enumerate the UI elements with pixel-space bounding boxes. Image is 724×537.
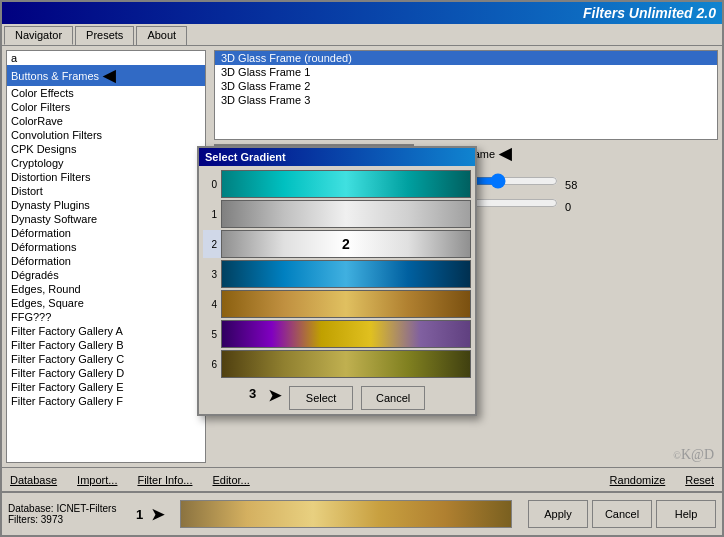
step1-indicator: 1 bbox=[136, 507, 143, 522]
apply-button[interactable]: Apply bbox=[528, 500, 588, 528]
database-label: Database: ICNET-Filters bbox=[8, 503, 128, 514]
nav-item-buttons-frames[interactable]: Buttons & Frames ◀ bbox=[7, 65, 205, 86]
nav-item-dynasty-plugins[interactable]: Dynasty Plugins bbox=[7, 198, 205, 212]
gradient-num-2: 2 bbox=[203, 239, 217, 250]
filters-label: Filters: 3973 bbox=[8, 514, 128, 525]
nav-item-ff-a[interactable]: Filter Factory Gallery A bbox=[7, 324, 205, 338]
gradient-bar-6[interactable] bbox=[221, 350, 471, 378]
gradient-row-3[interactable]: 3 bbox=[203, 260, 471, 288]
nav-item-deformation1[interactable]: Déformation bbox=[7, 226, 205, 240]
nav-item-ffg[interactable]: FFG??? bbox=[7, 310, 205, 324]
nav-item-a[interactable]: a bbox=[7, 51, 205, 65]
nav-item-cryptology[interactable]: Cryptology bbox=[7, 156, 205, 170]
step3-arrow: ➤ bbox=[268, 386, 281, 410]
gradient-num-3: 3 bbox=[203, 269, 217, 280]
cancel-button[interactable]: Cancel bbox=[592, 500, 652, 528]
gradient-arrow: ◀ bbox=[499, 144, 511, 163]
gradient-num-4: 4 bbox=[203, 299, 217, 310]
nav-item-distort[interactable]: Distort bbox=[7, 184, 205, 198]
filter-item-glass-1[interactable]: 3D Glass Frame 1 bbox=[215, 65, 717, 79]
reset-button[interactable]: Reset bbox=[683, 474, 716, 486]
gradient-row-2[interactable]: 2 2 bbox=[203, 230, 471, 258]
filter-item-glass-2[interactable]: 3D Glass Frame 2 bbox=[215, 79, 717, 93]
tab-navigator[interactable]: Navigator bbox=[4, 26, 73, 45]
randomize-button[interactable]: Randomize bbox=[608, 474, 668, 486]
gradient-num-6: 6 bbox=[203, 359, 217, 370]
nav-item-ff-b[interactable]: Filter Factory Gallery B bbox=[7, 338, 205, 352]
filter-item-glass-rounded[interactable]: 3D Glass Frame (rounded) bbox=[215, 51, 717, 65]
gradient-bar-5[interactable] bbox=[221, 320, 471, 348]
nav-item-ff-c[interactable]: Filter Factory Gallery C bbox=[7, 352, 205, 366]
filter-list[interactable]: 3D Glass Frame (rounded) 3D Glass Frame … bbox=[214, 50, 718, 140]
nav-item-ff-f[interactable]: Filter Factory Gallery F bbox=[7, 394, 205, 408]
status-bar: Database: ICNET-Filters Filters: 3973 1 … bbox=[2, 491, 722, 535]
nav-item-ff-e[interactable]: Filter Factory Gallery E bbox=[7, 380, 205, 394]
gradient-bar-3[interactable] bbox=[221, 260, 471, 288]
nav-item-edges-square[interactable]: Edges, Square bbox=[7, 296, 205, 310]
filter-item-glass-3[interactable]: 3D Glass Frame 3 bbox=[215, 93, 717, 107]
filter-info-button[interactable]: Filter Info... bbox=[135, 474, 194, 486]
nav-item-convolution[interactable]: Convolution Filters bbox=[7, 128, 205, 142]
step1-arrow: ➤ bbox=[151, 505, 164, 524]
nav-item-dynasty-software[interactable]: Dynasty Software bbox=[7, 212, 205, 226]
nav-item-color-effects[interactable]: Color Effects bbox=[7, 86, 205, 100]
gradient-row-0[interactable]: 0 bbox=[203, 170, 471, 198]
logo-text: ©K@D bbox=[673, 447, 714, 463]
bottom-toolbar: Database Import... Filter Info... Editor… bbox=[2, 467, 722, 491]
nav-item-colorrave[interactable]: ColorRave bbox=[7, 114, 205, 128]
nav-item-deformations[interactable]: Déformations bbox=[7, 240, 205, 254]
gradient-bar-0[interactable] bbox=[221, 170, 471, 198]
gradient-dialog: Select Gradient 0 1 2 2 bbox=[197, 146, 477, 416]
title-text: Filters Unlimited 2.0 bbox=[583, 5, 716, 21]
gradient-bar-1[interactable] bbox=[221, 200, 471, 228]
nav-item-edges-round[interactable]: Edges, Round bbox=[7, 282, 205, 296]
gradient-dialog-title: Select Gradient bbox=[199, 148, 475, 166]
gradient-num-0: 0 bbox=[203, 179, 217, 190]
gradient-bar-2[interactable]: 2 bbox=[221, 230, 471, 258]
gradient-num-5: 5 bbox=[203, 329, 217, 340]
gradient-num-1: 1 bbox=[203, 209, 217, 220]
title-bar: Filters Unlimited 2.0 bbox=[2, 2, 722, 24]
action-buttons: Apply Cancel Help bbox=[528, 500, 716, 528]
nav-item-color-filters[interactable]: Color Filters bbox=[7, 100, 205, 114]
nav-item-distortion[interactable]: Distortion Filters bbox=[7, 170, 205, 184]
dialog-buttons: 3 ➤ Select Cancel bbox=[199, 382, 475, 414]
nav-list: a Buttons & Frames ◀ Color Effects Color… bbox=[7, 51, 205, 408]
step3-indicator: 3 bbox=[249, 386, 256, 410]
status-info: Database: ICNET-Filters Filters: 3973 bbox=[8, 503, 128, 525]
value1-display: 58 bbox=[565, 179, 577, 191]
content-area: a Buttons & Frames ◀ Color Effects Color… bbox=[2, 46, 722, 467]
tab-about[interactable]: About bbox=[136, 26, 187, 45]
select-button[interactable]: Select bbox=[289, 386, 353, 410]
nav-list-panel[interactable]: a Buttons & Frames ◀ Color Effects Color… bbox=[6, 50, 206, 463]
gradient-preview-bar[interactable] bbox=[180, 500, 512, 528]
nav-item-ff-d[interactable]: Filter Factory Gallery D bbox=[7, 366, 205, 380]
gradient-bar-4[interactable] bbox=[221, 290, 471, 318]
tab-presets[interactable]: Presets bbox=[75, 26, 134, 45]
gradient-row-1[interactable]: 1 bbox=[203, 200, 471, 228]
help-button[interactable]: Help bbox=[656, 500, 716, 528]
arrow-indicator: ◀ bbox=[103, 66, 115, 85]
nav-item-deformation2[interactable]: Déformation bbox=[7, 254, 205, 268]
gradient-row-5[interactable]: 5 bbox=[203, 320, 471, 348]
gradient-row-4[interactable]: 4 bbox=[203, 290, 471, 318]
tab-bar: Navigator Presets About bbox=[2, 24, 722, 46]
import-button[interactable]: Import... bbox=[75, 474, 119, 486]
value2-display: 0 bbox=[565, 201, 571, 213]
gradient-rows: 0 1 2 2 3 bbox=[199, 166, 475, 382]
database-button[interactable]: Database bbox=[8, 474, 59, 486]
nav-item-cpk[interactable]: CPK Designs bbox=[7, 142, 205, 156]
cancel-dialog-button[interactable]: Cancel bbox=[361, 386, 425, 410]
nav-item-degrades[interactable]: Dégradés bbox=[7, 268, 205, 282]
gradient-row-6[interactable]: 6 bbox=[203, 350, 471, 378]
main-window: Filters Unlimited 2.0 Navigator Presets … bbox=[0, 0, 724, 537]
editor-button[interactable]: Editor... bbox=[210, 474, 251, 486]
